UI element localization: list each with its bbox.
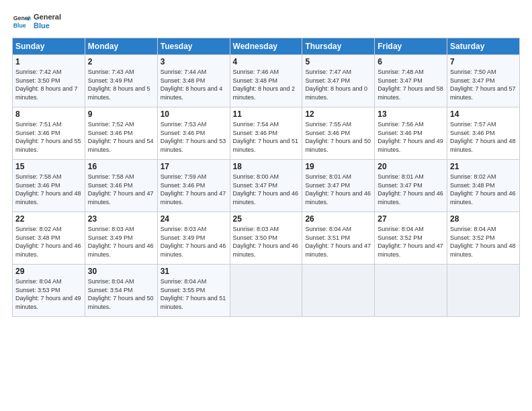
calendar-cell: 2Sunrise: 7:43 AMSunset: 3:49 PMDaylight…: [85, 55, 157, 107]
cell-content: Sunrise: 8:01 AMSunset: 3:47 PMDaylight:…: [305, 173, 371, 206]
calendar-cell: 13Sunrise: 7:56 AMSunset: 3:46 PMDayligh…: [375, 107, 447, 160]
logo-icon: General Blue: [12, 12, 31, 31]
day-number: 13: [378, 109, 444, 119]
calendar-cell: [230, 265, 302, 317]
day-number: 2: [88, 57, 154, 66]
calendar-cell: 20Sunrise: 8:01 AMSunset: 3:47 PMDayligh…: [375, 160, 447, 212]
day-number: 12: [305, 109, 371, 119]
calendar-cell: 4Sunrise: 7:46 AMSunset: 3:48 PMDaylight…: [230, 55, 302, 107]
col-header-monday: Monday: [85, 38, 157, 55]
calendar-cell: [302, 265, 375, 317]
cell-content: Sunrise: 7:57 AMSunset: 3:46 PMDaylight:…: [450, 120, 517, 154]
calendar-cell: 6Sunrise: 7:48 AMSunset: 3:47 PMDaylight…: [375, 55, 447, 107]
page: General Blue General Blue SundayMondayTu…: [0, 0, 532, 411]
logo-general: General: [34, 13, 61, 21]
day-number: 22: [15, 214, 82, 224]
day-number: 5: [305, 57, 371, 66]
cell-content: Sunrise: 8:03 AMSunset: 3:50 PMDaylight:…: [233, 225, 300, 259]
calendar-header-row: SundayMondayTuesdayWednesdayThursdayFrid…: [13, 38, 520, 55]
day-number: 24: [161, 214, 227, 224]
calendar-cell: [447, 265, 520, 317]
calendar-cell: 15Sunrise: 7:58 AMSunset: 3:46 PMDayligh…: [13, 160, 85, 212]
calendar-cell: 26Sunrise: 8:04 AMSunset: 3:51 PMDayligh…: [302, 212, 375, 265]
col-header-tuesday: Tuesday: [157, 38, 230, 55]
calendar-cell: 1Sunrise: 7:42 AMSunset: 3:50 PMDaylight…: [13, 55, 85, 107]
calendar-cell: [375, 265, 447, 317]
cell-content: Sunrise: 7:58 AMSunset: 3:46 PMDaylight:…: [15, 173, 82, 206]
cell-content: Sunrise: 8:02 AMSunset: 3:48 PMDaylight:…: [450, 173, 517, 206]
cell-content: Sunrise: 8:00 AMSunset: 3:47 PMDaylight:…: [233, 173, 300, 206]
logo: General Blue General Blue: [12, 12, 61, 31]
svg-text:Blue: Blue: [13, 22, 26, 29]
cell-content: Sunrise: 7:51 AMSunset: 3:46 PMDaylight:…: [15, 120, 82, 154]
day-number: 10: [161, 109, 227, 119]
cell-content: Sunrise: 7:55 AMSunset: 3:46 PMDaylight:…: [305, 120, 371, 154]
calendar-cell: 18Sunrise: 8:00 AMSunset: 3:47 PMDayligh…: [230, 160, 302, 212]
day-number: 4: [233, 57, 300, 66]
calendar-cell: 17Sunrise: 7:59 AMSunset: 3:46 PMDayligh…: [157, 160, 230, 212]
cell-content: Sunrise: 8:04 AMSunset: 3:52 PMDaylight:…: [450, 225, 517, 259]
calendar-week-2: 8Sunrise: 7:51 AMSunset: 3:46 PMDaylight…: [13, 107, 520, 160]
calendar-cell: 10Sunrise: 7:53 AMSunset: 3:46 PMDayligh…: [157, 107, 230, 160]
calendar-cell: 30Sunrise: 8:04 AMSunset: 3:54 PMDayligh…: [85, 265, 157, 317]
calendar-week-3: 15Sunrise: 7:58 AMSunset: 3:46 PMDayligh…: [13, 160, 520, 212]
day-number: 7: [450, 57, 517, 66]
day-number: 8: [15, 109, 82, 119]
cell-content: Sunrise: 7:50 AMSunset: 3:47 PMDaylight:…: [450, 68, 517, 101]
cell-content: Sunrise: 8:04 AMSunset: 3:52 PMDaylight:…: [378, 225, 444, 259]
cell-content: Sunrise: 7:59 AMSunset: 3:46 PMDaylight:…: [161, 173, 227, 206]
calendar-cell: 7Sunrise: 7:50 AMSunset: 3:47 PMDaylight…: [447, 55, 520, 107]
logo-blue: Blue: [34, 21, 61, 30]
cell-content: Sunrise: 7:46 AMSunset: 3:48 PMDaylight:…: [233, 68, 300, 101]
col-header-sunday: Sunday: [13, 38, 85, 55]
cell-content: Sunrise: 7:47 AMSunset: 3:47 PMDaylight:…: [305, 68, 371, 101]
calendar-cell: 23Sunrise: 8:03 AMSunset: 3:49 PMDayligh…: [85, 212, 157, 265]
day-number: 20: [378, 162, 444, 171]
day-number: 21: [450, 162, 517, 171]
col-header-thursday: Thursday: [302, 38, 375, 55]
cell-content: Sunrise: 8:04 AMSunset: 3:53 PMDaylight:…: [15, 277, 82, 311]
cell-content: Sunrise: 7:48 AMSunset: 3:47 PMDaylight:…: [378, 68, 444, 101]
calendar-cell: 16Sunrise: 7:58 AMSunset: 3:46 PMDayligh…: [85, 160, 157, 212]
day-number: 25: [233, 214, 300, 224]
day-number: 30: [88, 267, 154, 276]
cell-content: Sunrise: 8:01 AMSunset: 3:47 PMDaylight:…: [378, 173, 444, 206]
day-number: 26: [305, 214, 371, 224]
cell-content: Sunrise: 7:54 AMSunset: 3:46 PMDaylight:…: [233, 120, 300, 154]
calendar-cell: 24Sunrise: 8:03 AMSunset: 3:49 PMDayligh…: [157, 212, 230, 265]
day-number: 31: [161, 267, 227, 276]
cell-content: Sunrise: 7:44 AMSunset: 3:48 PMDaylight:…: [161, 68, 227, 101]
col-header-friday: Friday: [375, 38, 447, 55]
calendar-cell: 11Sunrise: 7:54 AMSunset: 3:46 PMDayligh…: [230, 107, 302, 160]
day-number: 6: [378, 57, 444, 66]
cell-content: Sunrise: 8:04 AMSunset: 3:55 PMDaylight:…: [161, 277, 227, 311]
day-number: 19: [305, 162, 371, 171]
calendar-cell: 19Sunrise: 8:01 AMSunset: 3:47 PMDayligh…: [302, 160, 375, 212]
calendar-cell: 21Sunrise: 8:02 AMSunset: 3:48 PMDayligh…: [447, 160, 520, 212]
day-number: 27: [378, 214, 444, 224]
col-header-saturday: Saturday: [447, 38, 520, 55]
day-number: 29: [15, 267, 82, 276]
header: General Blue General Blue: [12, 12, 520, 31]
cell-content: Sunrise: 7:58 AMSunset: 3:46 PMDaylight:…: [88, 173, 154, 206]
cell-content: Sunrise: 8:02 AMSunset: 3:48 PMDaylight:…: [15, 225, 82, 259]
day-number: 28: [450, 214, 517, 224]
col-header-wednesday: Wednesday: [230, 38, 302, 55]
cell-content: Sunrise: 8:04 AMSunset: 3:51 PMDaylight:…: [305, 225, 371, 259]
calendar-cell: 28Sunrise: 8:04 AMSunset: 3:52 PMDayligh…: [447, 212, 520, 265]
cell-content: Sunrise: 8:04 AMSunset: 3:54 PMDaylight:…: [88, 277, 154, 311]
calendar-cell: 31Sunrise: 8:04 AMSunset: 3:55 PMDayligh…: [157, 265, 230, 317]
calendar-cell: 29Sunrise: 8:04 AMSunset: 3:53 PMDayligh…: [13, 265, 85, 317]
day-number: 17: [161, 162, 227, 171]
day-number: 3: [161, 57, 227, 66]
cell-content: Sunrise: 7:52 AMSunset: 3:46 PMDaylight:…: [88, 120, 154, 154]
cell-content: Sunrise: 8:03 AMSunset: 3:49 PMDaylight:…: [88, 225, 154, 259]
calendar-cell: 22Sunrise: 8:02 AMSunset: 3:48 PMDayligh…: [13, 212, 85, 265]
cell-content: Sunrise: 7:53 AMSunset: 3:46 PMDaylight:…: [161, 120, 227, 154]
day-number: 14: [450, 109, 517, 119]
cell-content: Sunrise: 7:56 AMSunset: 3:46 PMDaylight:…: [378, 120, 444, 154]
calendar-cell: 27Sunrise: 8:04 AMSunset: 3:52 PMDayligh…: [375, 212, 447, 265]
day-number: 15: [15, 162, 82, 171]
cell-content: Sunrise: 8:03 AMSunset: 3:49 PMDaylight:…: [161, 225, 227, 259]
calendar-cell: 14Sunrise: 7:57 AMSunset: 3:46 PMDayligh…: [447, 107, 520, 160]
